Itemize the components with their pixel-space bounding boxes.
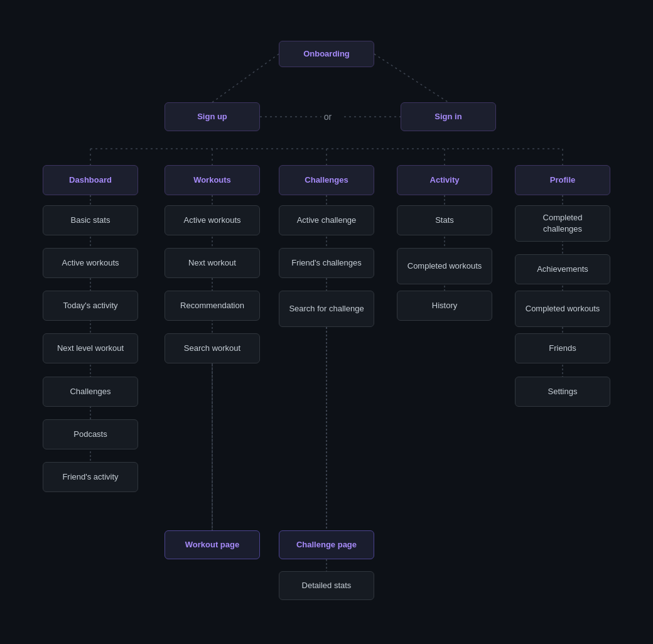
- activity-nav[interactable]: Activity: [397, 165, 492, 195]
- completed-workouts-p-node[interactable]: Completed workouts: [515, 291, 610, 327]
- recommendation-node[interactable]: Recommendation: [165, 291, 260, 321]
- onboarding-node[interactable]: Onboarding: [279, 41, 374, 67]
- active-challenge-node[interactable]: Active challenge: [279, 205, 374, 235]
- signup-node[interactable]: Sign up: [165, 102, 260, 131]
- profile-nav[interactable]: Profile: [515, 165, 610, 195]
- workouts-nav[interactable]: Workouts: [165, 165, 260, 195]
- workout-page-node[interactable]: Workout page: [165, 530, 260, 559]
- search-workout-node[interactable]: Search workout: [165, 333, 260, 363]
- dashboard-nav[interactable]: Dashboard: [43, 165, 138, 195]
- active-workouts-d-node[interactable]: Active workouts: [43, 248, 138, 278]
- or-text: or: [316, 110, 339, 124]
- friends-activity-node[interactable]: Friend's activity: [43, 462, 138, 492]
- detailed-stats-node[interactable]: Detailed stats: [279, 571, 374, 600]
- next-level-workout-node[interactable]: Next level workout: [43, 333, 138, 363]
- achievements-node[interactable]: Achievements: [515, 254, 610, 284]
- search-challenge-node[interactable]: Search for challenge: [279, 291, 374, 327]
- settings-node[interactable]: Settings: [515, 377, 610, 407]
- challenge-page-node[interactable]: Challenge page: [279, 530, 374, 559]
- svg-line-1: [212, 54, 279, 102]
- signin-node[interactable]: Sign in: [401, 102, 496, 131]
- podcasts-node[interactable]: Podcasts: [43, 419, 138, 449]
- friends-node[interactable]: Friends: [515, 333, 610, 363]
- challenges-nav[interactable]: Challenges: [279, 165, 374, 195]
- friends-challenges-node[interactable]: Friend's challenges: [279, 248, 374, 278]
- basic-stats-node[interactable]: Basic stats: [43, 205, 138, 235]
- completed-challenges-node[interactable]: Completed challenges: [515, 205, 610, 242]
- history-node[interactable]: History: [397, 291, 492, 321]
- completed-workouts-a-node[interactable]: Completed workouts: [397, 248, 492, 284]
- svg-line-2: [374, 54, 448, 102]
- challenges-d-node[interactable]: Challenges: [43, 377, 138, 407]
- next-workout-node[interactable]: Next workout: [165, 248, 260, 278]
- stats-node[interactable]: Stats: [397, 205, 492, 235]
- active-workouts-w-node[interactable]: Active workouts: [165, 205, 260, 235]
- todays-activity-node[interactable]: Today's activity: [43, 291, 138, 321]
